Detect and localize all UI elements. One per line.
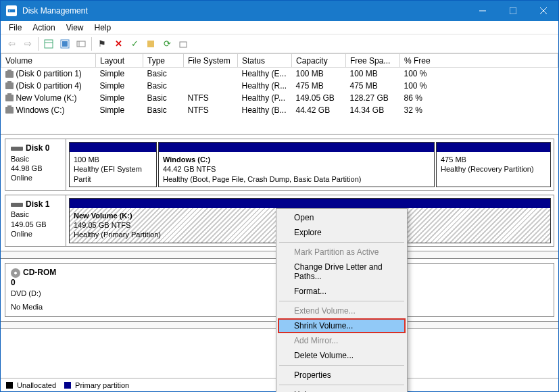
- volume-row[interactable]: New Volume (K:)SimpleBasicNTFSHealthy (P…: [1, 92, 558, 104]
- window-title: Disk Management: [22, 6, 467, 16]
- svg-rect-9: [62, 41, 68, 47]
- ctx-delete-volume[interactable]: Delete Volume...: [278, 348, 406, 363]
- separator: [91, 37, 92, 51]
- svg-rect-12: [147, 41, 154, 47]
- volume-icon: [5, 95, 14, 101]
- disk-1-label: Disk 1 Basic 149.05 GB Online: [5, 195, 66, 246]
- legend-primary-label: Primary partition: [75, 381, 129, 389]
- col-pct[interactable]: % Free: [400, 54, 558, 68]
- legend-unallocated-label: Unallocated: [17, 381, 56, 389]
- menu-help[interactable]: Help: [89, 22, 117, 34]
- volume-icon: [5, 71, 14, 78]
- minimize-button[interactable]: [467, 1, 497, 21]
- svg-rect-10: [77, 41, 85, 47]
- toolbar-btn-9[interactable]: [175, 36, 191, 52]
- cdrom-label: CD-ROM 0 DVD (D:) No Media: [5, 264, 66, 316]
- volume-icon: [5, 107, 14, 114]
- volume-list: Volume Layout Type File System Status Ca…: [1, 53, 558, 134]
- toolbar-btn-1[interactable]: [41, 36, 57, 52]
- ctx-add-mirror[interactable]: Add Mirror...: [278, 333, 406, 348]
- ctx-explore[interactable]: Explore: [278, 225, 406, 240]
- volume-icon: [5, 82, 14, 89]
- menubar: File Action View Help: [1, 21, 558, 34]
- legend-primary-swatch: [64, 382, 71, 389]
- disk0-partition-1[interactable]: 100 MBHealthy (EFI System Partit: [69, 142, 157, 187]
- svg-rect-6: [45, 40, 53, 48]
- ctx-help[interactable]: Help: [278, 387, 406, 392]
- ctx-separator: [279, 365, 404, 366]
- col-capacity[interactable]: Capacity: [292, 54, 346, 68]
- disk0-partition-3[interactable]: 475 MBHealthy (Recovery Partition): [436, 142, 551, 187]
- ctx-change-drive-letter[interactable]: Change Drive Letter and Paths...: [278, 260, 406, 284]
- volume-row[interactable]: (Disk 0 partition 4)SimpleBasicHealthy (…: [1, 80, 558, 92]
- svg-point-1: [9, 10, 10, 11]
- disk-0-label: Disk 0 Basic 44.98 GB Online: [5, 139, 66, 190]
- ctx-separator: [279, 385, 404, 385]
- maximize-button[interactable]: [497, 1, 528, 21]
- toolbar-btn-3[interactable]: [73, 36, 89, 52]
- svg-rect-3: [510, 7, 516, 14]
- col-layout[interactable]: Layout: [96, 54, 143, 68]
- col-volume[interactable]: Volume: [1, 54, 96, 68]
- ctx-properties[interactable]: Properties: [278, 368, 406, 383]
- app-icon: [6, 5, 17, 16]
- ctx-mark-active[interactable]: Mark Partition as Active: [278, 245, 406, 260]
- svg-rect-13: [180, 42, 187, 47]
- forward-button[interactable]: ⇨: [20, 36, 36, 52]
- toolbar: ⇦ ⇨ ⚑ ✕ ✓ ⟳: [1, 34, 558, 53]
- volume-table: Volume Layout Type File System Status Ca…: [1, 53, 558, 116]
- ctx-extend-volume[interactable]: Extend Volume...: [278, 303, 406, 318]
- col-status[interactable]: Status: [238, 54, 292, 68]
- col-fs[interactable]: File System: [184, 54, 238, 68]
- legend-unallocated-swatch: [6, 382, 13, 389]
- close-button[interactable]: [528, 1, 558, 21]
- menu-action[interactable]: Action: [27, 22, 60, 34]
- cd-icon: [11, 268, 20, 278]
- titlebar: Disk Management: [1, 1, 558, 21]
- disk0-partition-windows[interactable]: Windows (C:)44.42 GB NTFSHealthy (Boot, …: [158, 142, 435, 187]
- toolbar-btn-2[interactable]: [57, 36, 73, 52]
- separator: [38, 37, 39, 51]
- disk-icon: [11, 203, 23, 207]
- volume-row[interactable]: Windows (C:)SimpleBasicNTFSHealthy (B...…: [1, 104, 558, 116]
- ctx-format[interactable]: Format...: [278, 284, 406, 299]
- back-button[interactable]: ⇦: [3, 36, 20, 52]
- toolbar-flag-icon[interactable]: ⚑: [94, 36, 110, 52]
- disk-icon: [11, 147, 23, 151]
- toolbar-btn-7[interactable]: [143, 36, 159, 52]
- menu-file[interactable]: File: [3, 22, 27, 34]
- volume-row[interactable]: (Disk 0 partition 1)SimpleBasicHealthy (…: [1, 68, 558, 80]
- toolbar-delete-icon[interactable]: ✕: [110, 36, 126, 52]
- menu-view[interactable]: View: [61, 22, 89, 34]
- ctx-open[interactable]: Open: [278, 210, 406, 225]
- col-type[interactable]: Type: [143, 54, 184, 68]
- ctx-shrink-volume[interactable]: Shrink Volume...: [278, 318, 406, 333]
- ctx-separator: [279, 242, 404, 243]
- toolbar-check-icon[interactable]: ✓: [126, 36, 143, 52]
- toolbar-refresh-icon[interactable]: ⟳: [159, 36, 175, 52]
- col-free[interactable]: Free Spa...: [346, 54, 400, 68]
- ctx-separator: [279, 301, 404, 301]
- context-menu: Open Explore Mark Partition as Active Ch…: [276, 208, 408, 392]
- disk-0-row[interactable]: Disk 0 Basic 44.98 GB Online 100 MBHealt…: [5, 139, 554, 191]
